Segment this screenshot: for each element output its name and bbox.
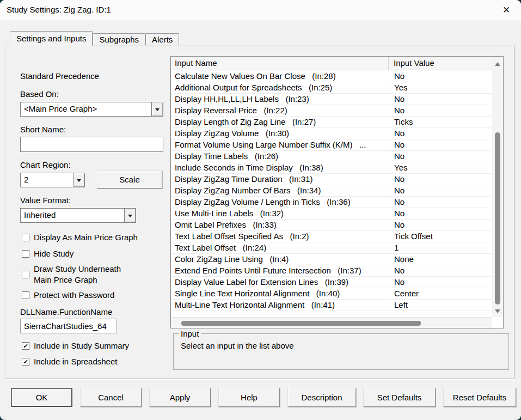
input-value-cell: None: [389, 254, 492, 265]
screen: Study Settings: Zig Zag. ID:1 ✕ Settings…: [0, 0, 521, 420]
table-row[interactable]: Additional Output for Spreadsheets (In:2…: [171, 82, 492, 94]
short-name-label: Short Name:: [20, 125, 66, 134]
reset-defaults-button[interactable]: Reset Defaults: [443, 388, 516, 407]
table-row[interactable]: Display ZigZag Volume / Length in Ticks …: [171, 197, 492, 208]
input-value-cell: Left: [389, 300, 492, 311]
short-name-input[interactable]: [20, 137, 163, 152]
checkbox-include-in-study-summary[interactable]: ✔ Include in Study Summary: [22, 340, 129, 351]
ok-button[interactable]: OK: [11, 388, 72, 407]
checkbox-box[interactable]: ✔: [22, 358, 29, 366]
input-name-cell: Multi-Line Text Horizontal Alignment (In…: [171, 300, 389, 311]
cancel-button[interactable]: Cancel: [80, 388, 142, 407]
table-row[interactable]: Omit Label Prefixes (In:33) No: [171, 220, 492, 231]
dll-function-name-label: DLLName.FunctionName: [20, 307, 112, 316]
table-row[interactable]: Color ZigZag Line Using (In:4) None: [171, 254, 492, 265]
input-name-cell: Display ZigZag Volume / Length in Ticks …: [171, 197, 389, 208]
tab-bar: Settings and Inputs Subgraphs Alerts: [10, 31, 179, 45]
column-header-input-name[interactable]: Input Name: [171, 57, 389, 70]
table-row[interactable]: Include Seconds in Time Display (In:38) …: [171, 162, 492, 174]
horizontal-scrollbar[interactable]: [171, 317, 492, 328]
value-format-label: Value Format:: [20, 196, 71, 205]
based-on-label: Based On:: [20, 89, 59, 99]
input-value-cell: Yes: [389, 82, 492, 93]
table-row[interactable]: Extend End Points Until Future Intersect…: [171, 265, 492, 277]
input-value-cell: No: [389, 94, 492, 105]
help-button[interactable]: Help: [218, 388, 280, 407]
table-row[interactable]: Display Time Labels (In:26) No: [171, 151, 492, 162]
scroll-up-icon[interactable]: [494, 60, 501, 66]
checkbox-box[interactable]: [22, 271, 29, 278]
tab-alerts[interactable]: Alerts: [145, 33, 179, 45]
checkbox-label: Hide Study: [34, 248, 73, 259]
scroll-down-icon[interactable]: [494, 307, 501, 314]
chart-region-select[interactable]: 2: [20, 173, 85, 187]
input-name-cell: Display Length of Zig Zag Line (In:27): [171, 117, 389, 127]
checkbox-label: Display As Main Price Graph: [34, 232, 138, 243]
chevron-down-icon[interactable]: [73, 173, 84, 187]
table-row[interactable]: Use Multi-Line Labels (In:32) No: [171, 208, 492, 220]
chart-region-value: 2: [21, 173, 73, 187]
chevron-down-icon[interactable]: [151, 102, 163, 116]
scale-button[interactable]: Scale: [97, 171, 162, 188]
close-icon[interactable]: ✕: [499, 4, 513, 17]
table-row[interactable]: Display Reversal Price (In:22) No: [171, 105, 492, 117]
checkbox-hide-study[interactable]: Hide Study: [22, 248, 73, 259]
set-defaults-button[interactable]: Set Defaults: [363, 388, 436, 407]
study-settings-dialog: Study Settings: Zig Zag. ID:1 ✕ Settings…: [0, 0, 521, 420]
checkbox-include-in-spreadsheet[interactable]: ✔ Include in Spreadsheet: [22, 356, 117, 367]
description-button[interactable]: Description: [287, 388, 356, 407]
input-value-cell: 1: [389, 242, 492, 253]
input-value-cell: No: [389, 174, 492, 185]
input-name-cell: Format Volume Using Large Number Suffix …: [171, 139, 389, 150]
inputs-table: Input Name Input Value Calculate New Val…: [170, 56, 504, 328]
apply-button[interactable]: Apply: [149, 388, 211, 407]
checkbox-box[interactable]: [22, 234, 29, 241]
tab-subgraphs[interactable]: Subgraphs: [93, 33, 145, 45]
input-value-cell: No: [389, 71, 492, 82]
tab-settings-and-inputs[interactable]: Settings and Inputs: [10, 31, 93, 46]
input-name-cell: Calculate New Values On Bar Close (In:28…: [171, 71, 389, 82]
table-row[interactable]: Format Volume Using Large Number Suffix …: [171, 139, 492, 151]
checkbox-draw-study-underneath[interactable]: Draw Study Underneath Main Price Graph: [22, 264, 132, 285]
table-row[interactable]: Display Value Label for Extension Lines …: [171, 277, 492, 288]
dll-function-name-input[interactable]: SierraChartStudies_64: [20, 319, 117, 333]
input-value-cell: Tick Offset: [389, 231, 492, 242]
checkbox-box[interactable]: [22, 291, 29, 299]
vertical-scrollbar-thumb[interactable]: [495, 132, 500, 305]
input-value-cell: Center: [389, 288, 492, 299]
input-name-cell: Display Time Labels (In:26): [171, 151, 389, 162]
table-row[interactable]: Display HH,HL,LL,LH Labels (In:23) No: [171, 94, 492, 105]
table-row[interactable]: Text Label Offset (In:24) 1: [171, 242, 492, 254]
value-format-value: Inherited: [21, 209, 124, 222]
input-name-cell: Display Value Label for Extension Lines …: [171, 277, 389, 288]
table-row[interactable]: Display Length of Zig Zag Line (In:27) T…: [171, 117, 492, 128]
input-value-cell: Yes: [389, 162, 492, 173]
value-format-select[interactable]: Inherited: [20, 208, 136, 223]
input-value-cell: No: [389, 220, 492, 230]
checkbox-box[interactable]: [22, 250, 29, 258]
horizontal-scrollbar-thumb[interactable]: [181, 321, 421, 326]
input-name-cell: Display ZigZag Volume (In:30): [171, 128, 389, 139]
input-name-cell: Display Reversal Price (In:22): [171, 105, 389, 116]
input-name-cell: Display HH,HL,LL,LH Labels (In:23): [171, 94, 389, 105]
table-row[interactable]: Display ZigZag Number Of Bars (In:34) No: [171, 185, 492, 197]
checkbox-protect-with-password[interactable]: Protect with Password: [22, 290, 114, 301]
table-row[interactable]: Single Line Text Horizontal Alignment (I…: [171, 288, 492, 300]
column-header-input-value[interactable]: Input Value: [389, 57, 492, 70]
table-row[interactable]: Display ZigZag Volume (In:30) No: [171, 128, 492, 139]
table-row[interactable]: Multi-Line Text Horizontal Alignment (In…: [171, 300, 492, 311]
table-row[interactable]: Calculate New Values On Bar Close (In:28…: [171, 71, 492, 82]
input-value-cell: No: [389, 128, 492, 139]
checkbox-box[interactable]: ✔: [22, 342, 29, 350]
input-groupbox: Input Select an input in the list above: [173, 333, 509, 370]
input-name-cell: Display ZigZag Time Duration (In:31): [171, 174, 389, 185]
table-row[interactable]: Text Label Offset Specified As (In:2) Ti…: [171, 231, 492, 242]
based-on-select[interactable]: <Main Price Graph>: [20, 102, 163, 117]
input-value-cell: No: [389, 151, 492, 162]
input-name-cell: Use Multi-Line Labels (In:32): [171, 208, 389, 219]
chevron-down-icon[interactable]: [124, 209, 136, 222]
dialog-title: Study Settings: Zig Zag. ID:1: [7, 5, 111, 14]
vertical-scrollbar[interactable]: [492, 57, 503, 317]
table-row[interactable]: Display ZigZag Time Duration (In:31) No: [171, 174, 492, 185]
checkbox-display-as-main-price-graph[interactable]: Display As Main Price Graph: [22, 232, 138, 243]
